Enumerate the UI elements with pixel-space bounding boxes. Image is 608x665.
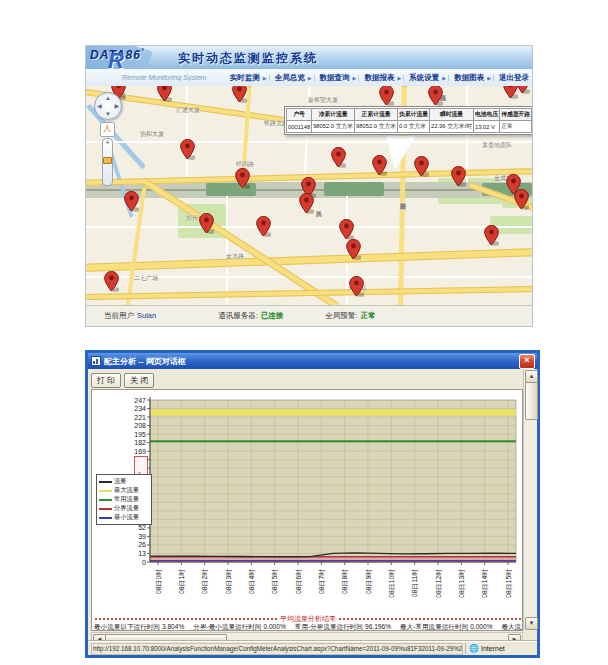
table-header-cell: 电池电压 <box>473 109 499 121</box>
global-alarm-status: 全局预警:正常 <box>325 311 375 321</box>
site-marker-icon[interactable] <box>180 139 195 160</box>
map-road <box>186 86 188 182</box>
svg-text:08日2时: 08日2时 <box>201 569 209 594</box>
legend-swatch <box>99 490 112 492</box>
zoom-in-icon[interactable]: + <box>103 139 112 147</box>
dialog-status-bar: http://192.168.10.70:8000/AnalysisFuncti… <box>88 641 537 655</box>
svg-text:39: 39 <box>138 533 146 540</box>
summary-label: 常用-分界流量运行时间 <box>295 623 363 630</box>
menu-arrow-icon: ▶ <box>442 75 449 81</box>
menu-item-3[interactable]: 数据查询 <box>317 73 353 83</box>
menu-item-6[interactable]: 数据图表 <box>451 73 487 83</box>
vertical-scroll-thumb[interactable] <box>525 382 538 420</box>
dialog-title-text: 配主分析 -- 网页对话框 <box>104 356 186 367</box>
comm-server-status: 通讯服务器:已连接 <box>218 311 283 321</box>
summary-value: 3.804% <box>162 623 184 630</box>
table-cell: 0001148 <box>287 121 312 133</box>
site-marker-icon[interactable] <box>157 86 172 102</box>
menu-item-1[interactable]: 实时监测 <box>227 73 263 83</box>
svg-text:08日10时: 08日10时 <box>388 569 396 598</box>
zoom-slider-thumb[interactable] <box>103 157 112 164</box>
site-marker-icon[interactable] <box>232 86 247 103</box>
chart-plot: 0132639526578911041171301431561691821952… <box>92 390 522 614</box>
table-header-cell: 瞬时流量 <box>430 109 474 121</box>
separator-dots <box>339 618 521 620</box>
site-marker-icon[interactable] <box>515 86 530 94</box>
vertical-scrollbar[interactable]: ▲ ▼ <box>523 369 537 631</box>
pan-right-icon[interactable]: ▶ <box>114 103 119 109</box>
legend-swatch <box>99 517 112 519</box>
svg-text:195: 195 <box>134 431 146 438</box>
menu-item-5[interactable]: 系统设置 <box>406 73 442 83</box>
svg-text:08日3时: 08日3时 <box>225 569 233 594</box>
site-marker-icon[interactable] <box>414 156 429 177</box>
zone-label: Internet <box>481 645 505 652</box>
close-icon[interactable]: × <box>519 354 535 369</box>
svg-text:08日11时: 08日11时 <box>411 569 419 597</box>
summary-label: 最大-常用流量运行时间 <box>400 623 468 630</box>
summary-item: 最大-常用流量运行时间0.000% <box>400 623 493 630</box>
site-marker-icon[interactable] <box>346 239 361 260</box>
legend-label: 最大流量 <box>114 486 139 495</box>
site-marker-icon[interactable] <box>428 86 443 106</box>
menu-item-4[interactable]: 数据报表 <box>361 73 397 83</box>
scroll-down-icon[interactable]: ▼ <box>525 617 538 630</box>
menu-arrow-icon: ▶ <box>397 75 404 81</box>
menu-arrow-icon: ▶ <box>353 75 360 81</box>
site-marker-icon[interactable] <box>514 189 529 210</box>
site-marker-icon[interactable] <box>331 147 346 168</box>
menu-arrow-icon: ▶ <box>308 75 315 81</box>
security-zone: 🌐 Internet <box>465 643 535 654</box>
print-button[interactable]: 打 印 <box>91 373 121 388</box>
map-pan-control[interactable]: ▲ ▼ ◀ ▶ <box>94 92 122 120</box>
streetview-icon[interactable]: 人 <box>100 122 115 137</box>
map-trees <box>324 182 384 196</box>
svg-text:221: 221 <box>134 414 146 421</box>
svg-text:08日15时: 08日15时 <box>505 569 513 598</box>
svg-text:08日12时: 08日12时 <box>435 569 443 598</box>
site-marker-icon[interactable] <box>484 225 499 246</box>
map-canvas[interactable]: 山东大厦汇通大厦协和大厦新希望大厦铁路北路河南饭店花园路黄委地质队经四路郑州饭店… <box>86 86 532 306</box>
menu-items: 实时监测▶全局总览▶数据查询▶数据报表▶系统设置▶数据图表▶退出登录 <box>227 73 532 83</box>
menu-arrow-icon: ▶ <box>263 75 270 81</box>
menu-item-2[interactable]: 全局总览 <box>272 73 308 83</box>
table-cell: 0.0 立方米 <box>398 121 430 133</box>
site-marker-icon[interactable] <box>104 271 119 292</box>
table-header-cell: 净累计流量 <box>312 109 355 121</box>
site-marker-icon[interactable] <box>339 219 354 240</box>
menu-item-7[interactable]: 退出登录 <box>496 73 532 83</box>
site-marker-icon[interactable] <box>124 191 139 212</box>
close-button[interactable]: 关 闭 <box>124 373 154 388</box>
table-cell: 98052.0 立方米 <box>312 121 355 133</box>
menu-arrow-icon: ▶ <box>487 75 494 81</box>
legend-swatch <box>99 508 112 510</box>
site-marker-icon[interactable] <box>256 216 271 237</box>
site-marker-icon[interactable] <box>372 155 387 176</box>
site-marker-icon[interactable] <box>199 213 214 234</box>
summary-value: 0.000% <box>263 623 285 630</box>
pan-down-icon[interactable]: ▼ <box>105 111 111 117</box>
current-user: 当前用户Sulan <box>104 311 156 321</box>
svg-text:169: 169 <box>134 448 146 455</box>
dialog-title-bar[interactable]: 配主分析 -- 网页对话框 × <box>88 353 537 369</box>
svg-text:13: 13 <box>138 550 146 557</box>
pan-up-icon[interactable]: ▲ <box>105 95 111 101</box>
site-marker-icon[interactable] <box>451 166 466 187</box>
site-marker-icon[interactable] <box>299 193 314 214</box>
street-label: 二七广场 <box>134 274 158 283</box>
svg-text:08日6时: 08日6时 <box>295 569 303 594</box>
separator-dots <box>95 618 277 620</box>
site-marker-icon[interactable] <box>349 276 364 297</box>
site-marker-icon[interactable] <box>235 168 250 189</box>
street-label: 黄委地质队 <box>482 141 512 150</box>
table-cell: 22.36 立方米/时 <box>430 121 474 133</box>
svg-text:52: 52 <box>138 524 146 531</box>
summary-item: 最大流量以上运行时间0.000 <box>502 623 523 630</box>
table-header-cell: 正累计流量 <box>355 109 398 121</box>
app-header: DATA86° R 实时动态监测监控系统 <box>86 46 532 69</box>
map-zoom-slider[interactable]: + <box>102 138 113 186</box>
pan-left-icon[interactable]: ◀ <box>97 103 102 109</box>
summary-label: 分界-最小流量运行时间 <box>193 623 261 630</box>
site-marker-icon[interactable] <box>379 86 394 106</box>
legend-swatch <box>99 481 112 483</box>
